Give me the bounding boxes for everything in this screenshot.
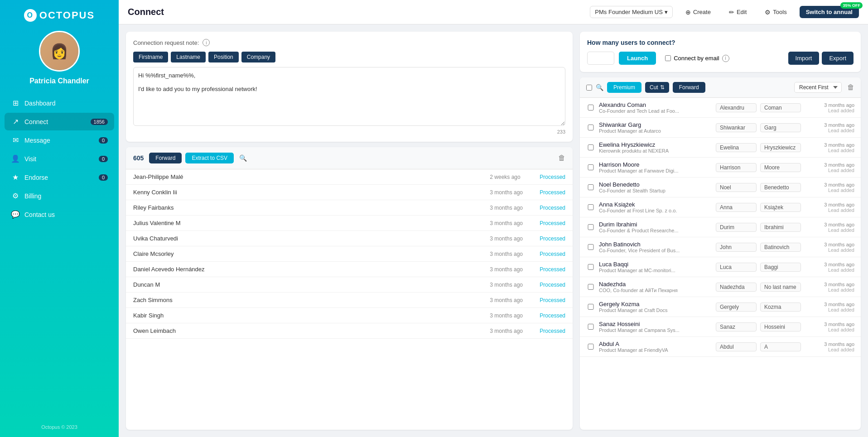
- lead-row[interactable]: Durim Ibrahimi Co-Founder & Product Rese…: [580, 217, 861, 237]
- sidebar-item-connect[interactable]: ↗ Connect 1856: [5, 113, 114, 130]
- lead-time: 3 months ago: [805, 182, 854, 187]
- lead-row[interactable]: Luca Baqqi Product Manager at MC-monitor…: [580, 257, 861, 277]
- connect-by-email-check: Connect by email i: [665, 55, 729, 62]
- lead-row[interactable]: Anna Książek Co-Founder at Frost Line Sp…: [580, 197, 861, 217]
- queue-item[interactable]: Riley Fairbanks 3 months ago Processed: [126, 200, 573, 216]
- lead-row[interactable]: Nadezhda COO, Co-founder at АйТи Пекарня…: [580, 277, 861, 297]
- lead-checkbox[interactable]: [586, 304, 595, 310]
- lead-row[interactable]: Gergely Kozma Product Manager at Craft D…: [580, 297, 861, 317]
- lead-checkbox[interactable]: [586, 344, 595, 350]
- sidebar-item-billing[interactable]: ⚙ Billing: [5, 187, 114, 205]
- company-tag-button[interactable]: Company: [241, 52, 275, 62]
- sort-select[interactable]: Recent FirstOldest FirstName A-ZName Z-A: [794, 82, 842, 93]
- plan-selector[interactable]: PMs Founder Medium US ▾: [590, 6, 673, 18]
- delete-leads-icon[interactable]: 🗑: [847, 83, 854, 91]
- lead-firstname: Sanaz: [716, 322, 757, 331]
- queue-search-icon[interactable]: 🔍: [239, 154, 247, 162]
- lead-row[interactable]: Noel Benedetto Co-Founder at Stealth Sta…: [580, 178, 861, 197]
- queue-item[interactable]: Daniel Acevedo Hernández 3 months ago Pr…: [126, 262, 573, 277]
- connect-email-checkbox[interactable]: [665, 55, 671, 61]
- sidebar-item-message[interactable]: ✉ Message 0: [5, 131, 114, 149]
- edit-button[interactable]: ✏ Edit: [723, 6, 752, 19]
- export-button[interactable]: Export: [822, 52, 854, 65]
- lead-checkbox[interactable]: [586, 264, 595, 270]
- queue-item[interactable]: Kabir Singh 3 months ago Processed: [126, 308, 573, 323]
- lead-checkbox[interactable]: [586, 125, 595, 130]
- firstname-tag-button[interactable]: Firstname: [133, 52, 168, 62]
- lead-desc: Kierownik produktu at NEXERA: [599, 148, 712, 154]
- queue-extract-button[interactable]: Extract to CSV: [185, 153, 234, 163]
- sidebar-item-dashboard[interactable]: ⊞ Dashboard: [5, 94, 114, 112]
- queue-item[interactable]: Julius Valentine M 3 months ago Processe…: [126, 216, 573, 231]
- lead-lastname: A: [760, 342, 801, 351]
- queue-item-time: 3 months ago: [490, 312, 535, 319]
- lead-row[interactable]: Ewelina Hryszkiewicz Kierownik produktu …: [580, 138, 861, 158]
- config-title: How many users to connect?: [587, 39, 854, 46]
- lead-name: Sanaz Hosseini: [599, 321, 712, 327]
- leads-search-icon[interactable]: 🔍: [596, 84, 603, 91]
- lead-label: Lead added: [805, 347, 854, 352]
- lead-checkbox[interactable]: [586, 144, 595, 150]
- queue-item[interactable]: Jean-Philippe Malé 2 weeks ago Processed: [126, 169, 573, 185]
- queue-item[interactable]: Claire Mcsorley 3 months ago Processed: [126, 246, 573, 262]
- queue-item[interactable]: Owen Leimbach 3 months ago Processed: [126, 323, 573, 339]
- switch-annual-button[interactable]: Switch to annual 35% OFF: [800, 6, 859, 18]
- premium-filter-button[interactable]: Premium: [607, 82, 641, 93]
- launch-button[interactable]: Launch: [619, 52, 656, 65]
- email-info-icon[interactable]: i: [722, 55, 729, 62]
- lead-checkbox[interactable]: [586, 184, 595, 190]
- create-button[interactable]: ⊕ Create: [680, 6, 716, 19]
- queue-delete-icon[interactable]: 🗑: [558, 154, 565, 162]
- sidebar-item-endorse[interactable]: ★ Endorse 0: [5, 168, 114, 186]
- lead-row[interactable]: John Batinovich Co-Founder, Vice Preside…: [580, 237, 861, 257]
- queue-item[interactable]: Duncan M 3 months ago Processed: [126, 277, 573, 293]
- position-tag-button[interactable]: Position: [208, 52, 239, 62]
- queue-item-time: 2 weeks ago: [490, 174, 535, 180]
- queue-item[interactable]: Zach Simmons 3 months ago Processed: [126, 293, 573, 308]
- sidebar-item-visit[interactable]: 👤 Visit 0: [5, 150, 114, 168]
- note-header: Connection request note: i: [133, 39, 565, 46]
- lead-meta: 3 months ago Lead added: [805, 102, 854, 113]
- queue-item-name: Kabir Singh: [133, 312, 485, 319]
- lead-time: 3 months ago: [805, 341, 854, 347]
- lead-desc: Product Manager at FriendlyVA: [599, 347, 712, 353]
- sidebar-item-contact[interactable]: 💬 Contact us: [5, 206, 114, 223]
- connect-email-label: Connect by email: [674, 55, 719, 62]
- import-button[interactable]: Import: [788, 52, 820, 65]
- leads-select-all-checkbox[interactable]: [586, 85, 592, 91]
- visit-icon: 👤: [11, 154, 20, 163]
- cut-button[interactable]: Cut ⇅: [645, 82, 669, 93]
- lead-checkbox[interactable]: [586, 324, 595, 330]
- lead-checkbox[interactable]: [586, 284, 595, 290]
- leads-forward-button[interactable]: Forward: [673, 82, 705, 93]
- queue-item[interactable]: Kenny Conklin Iii 3 months ago Processed: [126, 185, 573, 200]
- lead-time: 3 months ago: [805, 222, 854, 227]
- lead-checkbox[interactable]: [586, 164, 595, 170]
- lead-lastname: Hosseini: [760, 322, 801, 331]
- queue-forward-button[interactable]: Forward: [149, 153, 182, 163]
- lead-name: John Batinovich: [599, 241, 712, 248]
- note-textarea[interactable]: Hi %%first_name%%, I'd like to add you t…: [133, 67, 565, 126]
- lead-row[interactable]: Sanaz Hosseini Product Manager at Campan…: [580, 317, 861, 337]
- queue-item[interactable]: Uvika Chaturvedi 3 months ago Processed: [126, 231, 573, 246]
- lead-checkbox[interactable]: [586, 204, 595, 210]
- lastname-tag-button[interactable]: Lastname: [171, 52, 206, 62]
- queue-item-status: Processed: [540, 266, 565, 273]
- lead-meta: 3 months ago Lead added: [805, 341, 854, 352]
- lead-checkbox[interactable]: [586, 105, 595, 110]
- queue-section: 605 Forward Extract to CSV 🔍 🗑 Jean-Phil…: [126, 147, 573, 430]
- user-count-input[interactable]: [587, 52, 614, 65]
- leads-list: Alexandru Coman Co-Founder and Tech Lead…: [580, 98, 861, 430]
- lead-desc: Co-Founder at Stealth Startup: [599, 188, 712, 193]
- lead-label: Lead added: [805, 307, 854, 312]
- lead-row[interactable]: Harrison Moore Product Manager at Fanwav…: [580, 158, 861, 178]
- queue-item-status: Processed: [540, 282, 565, 288]
- tools-button[interactable]: ⚙ Tools: [759, 6, 792, 19]
- lead-row[interactable]: Abdul A Product Manager at FriendlyVA Ab…: [580, 337, 861, 357]
- lead-checkbox[interactable]: [586, 224, 595, 230]
- lead-checkbox[interactable]: [586, 244, 595, 250]
- lead-meta: 3 months ago Lead added: [805, 302, 854, 312]
- info-icon[interactable]: i: [203, 39, 210, 46]
- lead-row[interactable]: Shiwankar Garg Product Manager at Autarc…: [580, 118, 861, 138]
- lead-row[interactable]: Alexandru Coman Co-Founder and Tech Lead…: [580, 98, 861, 118]
